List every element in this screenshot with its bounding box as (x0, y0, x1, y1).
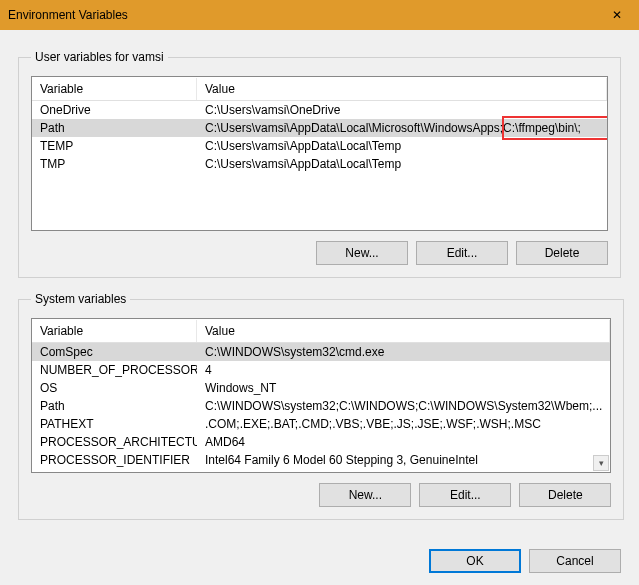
close-button[interactable]: ✕ (594, 0, 639, 30)
window-title: Environment Variables (8, 8, 128, 22)
user-variables-legend: User variables for vamsi (31, 50, 168, 64)
system-variables-group: System variables Variable Value ▴ ComSpe… (18, 292, 624, 520)
cell-variable: NUMBER_OF_PROCESSORS (32, 362, 197, 378)
cell-value: Intel64 Family 6 Model 60 Stepping 3, Ge… (197, 452, 610, 468)
table-row[interactable]: OneDrive C:\Users\vamsi\OneDrive (32, 101, 607, 119)
cell-variable: Path (32, 120, 197, 136)
delete-button[interactable]: Delete (519, 483, 611, 507)
cell-variable: PATHEXT (32, 416, 197, 432)
cell-value: C:\WINDOWS\system32;C:\WINDOWS;C:\WINDOW… (197, 398, 610, 414)
col-value[interactable]: Value (197, 320, 610, 342)
col-variable[interactable]: Variable (32, 78, 197, 100)
col-value[interactable]: Value (197, 78, 607, 100)
cancel-button[interactable]: Cancel (529, 549, 621, 573)
cell-value: .COM;.EXE;.BAT;.CMD;.VBS;.VBE;.JS;.JSE;.… (197, 416, 610, 432)
table-row[interactable]: OS Windows_NT (32, 379, 610, 397)
cell-variable: TEMP (32, 138, 197, 154)
table-row[interactable]: ComSpec C:\WINDOWS\system32\cmd.exe (32, 343, 610, 361)
cell-variable: PROCESSOR_IDENTIFIER (32, 452, 197, 468)
user-variables-table[interactable]: Variable Value OneDrive C:\Users\vamsi\O… (31, 76, 608, 231)
title-bar: Environment Variables ✕ (0, 0, 639, 30)
cell-variable: PROCESSOR_ARCHITECTURE (32, 434, 197, 450)
dialog-footer: OK Cancel (18, 543, 621, 573)
cell-variable: ComSpec (32, 344, 197, 360)
cell-value: Windows_NT (197, 380, 610, 396)
client-area: User variables for vamsi Variable Value … (0, 30, 639, 585)
cell-variable: OneDrive (32, 102, 197, 118)
cell-value: C:\Users\vamsi\OneDrive (197, 102, 607, 118)
edit-button[interactable]: Edit... (416, 241, 508, 265)
system-buttons: New... Edit... Delete (31, 483, 611, 507)
table-row[interactable]: NUMBER_OF_PROCESSORS 4 (32, 361, 610, 379)
close-icon: ✕ (612, 8, 622, 22)
cell-value: 4 (197, 362, 610, 378)
cell-variable: OS (32, 380, 197, 396)
cell-value: C:\WINDOWS\system32\cmd.exe (197, 344, 610, 360)
ok-button[interactable]: OK (429, 549, 521, 573)
cell-value: AMD64 (197, 434, 610, 450)
new-button[interactable]: New... (316, 241, 408, 265)
cell-variable: TMP (32, 156, 197, 172)
table-row[interactable]: PATHEXT .COM;.EXE;.BAT;.CMD;.VBS;.VBE;.J… (32, 415, 610, 433)
system-variables-table[interactable]: Variable Value ▴ ComSpec C:\WINDOWS\syst… (31, 318, 611, 473)
new-button[interactable]: New... (319, 483, 411, 507)
table-row[interactable]: TMP C:\Users\vamsi\AppData\Local\Temp (32, 155, 607, 173)
table-row[interactable]: PROCESSOR_IDENTIFIER Intel64 Family 6 Mo… (32, 451, 610, 469)
cell-variable: Path (32, 398, 197, 414)
table-row[interactable]: Path C:\Users\vamsi\AppData\Local\Micros… (32, 119, 607, 137)
delete-button[interactable]: Delete (516, 241, 608, 265)
user-variables-group: User variables for vamsi Variable Value … (18, 50, 621, 278)
user-table-body: OneDrive C:\Users\vamsi\OneDrive Path C:… (32, 101, 607, 230)
system-table-body: ComSpec C:\WINDOWS\system32\cmd.exe NUMB… (32, 343, 610, 472)
user-table-header: Variable Value (32, 77, 607, 101)
cell-value: C:\Users\vamsi\AppData\Local\Microsoft\W… (197, 120, 607, 136)
table-row[interactable]: PROCESSOR_ARCHITECTURE AMD64 (32, 433, 610, 451)
table-row[interactable]: TEMP C:\Users\vamsi\AppData\Local\Temp (32, 137, 607, 155)
table-row[interactable]: Path C:\WINDOWS\system32;C:\WINDOWS;C:\W… (32, 397, 610, 415)
system-variables-legend: System variables (31, 292, 130, 306)
system-table-header: Variable Value (32, 319, 610, 343)
cell-value: C:\Users\vamsi\AppData\Local\Temp (197, 138, 607, 154)
col-variable[interactable]: Variable (32, 320, 197, 342)
edit-button[interactable]: Edit... (419, 483, 511, 507)
cell-value: C:\Users\vamsi\AppData\Local\Temp (197, 156, 607, 172)
scroll-down-icon[interactable]: ▾ (593, 455, 609, 471)
user-buttons: New... Edit... Delete (31, 241, 608, 265)
